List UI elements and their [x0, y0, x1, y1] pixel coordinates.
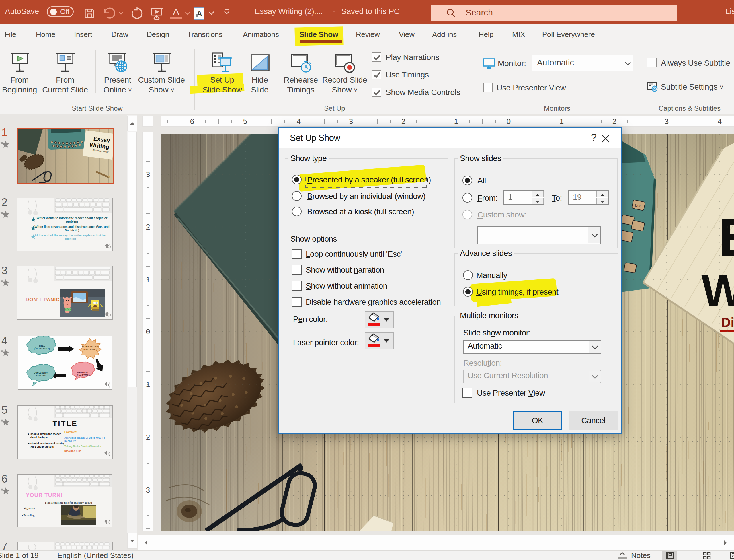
svg-text:1: 1	[146, 380, 150, 389]
svg-text:3: 3	[146, 170, 150, 179]
svg-text:2: 2	[401, 117, 405, 126]
svg-text:➤ should inform the reader: ➤ should inform the reader	[28, 433, 61, 435]
svg-text:W: W	[701, 265, 734, 316]
svg-text:DON'T PANIC!: DON'T PANIC!	[26, 297, 62, 302]
svg-text:(kurz und prägnant): (kurz und prägnant)	[30, 445, 54, 448]
svg-text:opinion: opinion	[65, 237, 76, 240]
svg-text:• Traveling: • Traveling	[22, 514, 34, 517]
svg-text:0: 0	[507, 117, 511, 126]
svg-text:0: 0	[146, 327, 150, 336]
svg-text:INTRODUCTION: INTRODUCTION	[82, 345, 99, 348]
svg-text:1: 1	[454, 117, 458, 126]
svg-text:(ÜBERSCHRIFT): (ÜBERSCHRIFT)	[34, 347, 50, 350]
svg-text:Keep Fit?: Keep Fit?	[64, 440, 76, 442]
svg-text:Writer wants to inform the rea: Writer wants to inform the reader about …	[37, 216, 108, 220]
svg-text:4: 4	[718, 117, 722, 126]
svg-text:(HAUPTTEIL): (HAUPTTEIL)	[77, 374, 90, 376]
svg-text:• Veganism: • Veganism	[22, 506, 35, 510]
svg-text:MAIN BODY: MAIN BODY	[77, 371, 90, 374]
svg-text:2: 2	[146, 223, 150, 231]
svg-text:2: 2	[146, 433, 150, 442]
svg-text:TITLE: TITLE	[52, 419, 77, 428]
svg-text:Di: Di	[721, 315, 734, 330]
svg-text:2: 2	[612, 117, 616, 126]
svg-text:1: 1	[146, 275, 150, 284]
svg-text:➤ should be short and catchy: ➤ should be short and catchy	[28, 442, 64, 445]
svg-text:At the end of the essay the wr: At the end of the essay the writer expla…	[35, 234, 106, 237]
svg-text:E: E	[719, 207, 734, 268]
svg-text:Writer lists advantages and di: Writer lists advantages and disadvantage…	[34, 225, 109, 228]
svg-text:Nachteile): Nachteile)	[65, 228, 79, 232]
svg-text:(SCHLUSS): (SCHLUSS)	[36, 375, 46, 377]
svg-text:Examples:: Examples:	[64, 431, 77, 433]
svg-text:6: 6	[190, 117, 194, 126]
svg-text:5: 5	[243, 117, 247, 126]
svg-text:1: 1	[560, 117, 564, 126]
svg-text:about the topic: about the topic	[30, 436, 48, 439]
svg-text:3: 3	[349, 117, 353, 126]
svg-text:problem: problem	[66, 220, 78, 223]
svg-text:3: 3	[665, 117, 669, 126]
svg-text:(EINLEITUNG): (EINLEITUNG)	[83, 348, 97, 351]
svg-text:TITLE: TITLE	[39, 345, 45, 347]
svg-text:3: 3	[146, 486, 150, 494]
svg-text:YOUR TURN!: YOUR TURN!	[26, 492, 63, 498]
svg-text:CONCLUSION: CONCLUSION	[34, 372, 48, 374]
svg-text:Find a possible title for an e: Find a possible title for an essay about…	[45, 501, 92, 504]
svg-text:4: 4	[297, 117, 301, 126]
svg-text:Are Video Games A Good Way To: Are Video Games A Good Way To	[64, 436, 105, 439]
svg-text:Taking Risks Builds Character: Taking Risks Builds Character	[64, 445, 102, 448]
svg-text:Smoking Kills: Smoking Kills	[64, 450, 81, 452]
